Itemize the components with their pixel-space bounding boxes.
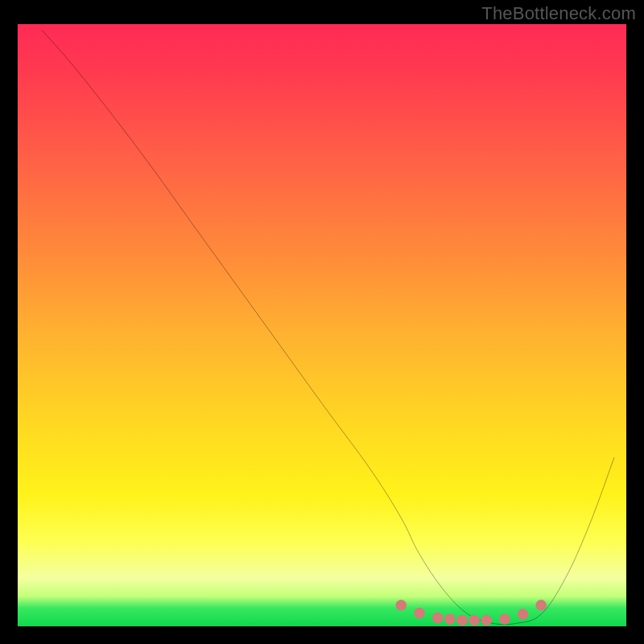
curve-marker-dot xyxy=(444,613,456,624)
curve-marker-dot xyxy=(499,613,510,624)
curve-marker-dot xyxy=(395,600,407,610)
curve-marker-dot xyxy=(469,615,480,625)
watermark-text: TheBottleneck.com xyxy=(481,3,636,24)
curve-bottom-markers xyxy=(395,600,546,625)
curve-marker-dot xyxy=(456,615,468,625)
curve-marker-dot xyxy=(518,609,529,619)
chart-svg xyxy=(18,24,626,626)
bottleneck-curve-line xyxy=(42,30,614,624)
curve-marker-dot xyxy=(535,600,547,610)
curve-marker-dot xyxy=(432,613,444,623)
curve-marker-dot xyxy=(481,615,492,625)
curve-marker-dot xyxy=(414,608,425,618)
